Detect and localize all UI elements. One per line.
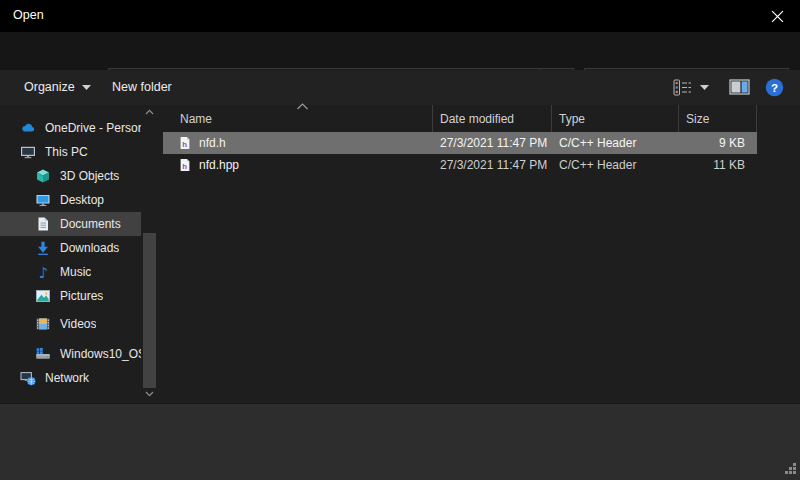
sidebar-item[interactable]: Network	[0, 366, 141, 390]
organize-label: Organize	[24, 80, 75, 94]
preview-pane-button[interactable]	[726, 73, 752, 101]
network-icon	[20, 370, 36, 386]
sidebar-item-label: Videos	[60, 317, 96, 331]
downloads-icon	[35, 240, 51, 256]
column-header-size[interactable]: Size	[679, 105, 757, 132]
file-name: nfd.h	[199, 136, 226, 150]
sidebar-item[interactable]: Desktop	[0, 188, 141, 212]
open-file-dialog: Open « GitHub nativefiledialog	[0, 0, 800, 480]
sidebar-item[interactable]: Videos	[0, 312, 141, 336]
cube-icon	[35, 168, 51, 184]
change-view-dropdown[interactable]	[694, 73, 714, 101]
videos-icon	[35, 316, 51, 332]
navigation-pane: OneDrive - Persor This PC 3D Objects	[0, 105, 158, 403]
sidebar-item[interactable]: Documents	[0, 212, 141, 236]
column-header-date-modified[interactable]: Date modified	[433, 105, 552, 132]
content-area: OneDrive - Persor This PC 3D Objects	[0, 105, 800, 403]
svg-text:h: h	[182, 162, 187, 171]
sidebar-item[interactable]: Pictures	[0, 284, 141, 308]
sidebar-item-label: 3D Objects	[60, 169, 119, 183]
dialog-footer: File name: Headers (*.h;*.hpp) Open Canc…	[0, 403, 800, 480]
view-controls: ?	[670, 70, 786, 104]
file-type: C/C++ Header	[552, 158, 679, 172]
help-icon: ?	[765, 78, 784, 97]
caret-down-icon	[700, 85, 709, 90]
sidebar-item[interactable]: OneDrive - Persor	[0, 116, 141, 140]
new-folder-button[interactable]: New folder	[112, 70, 172, 104]
sidebar-scrollbar[interactable]	[142, 105, 157, 403]
titlebar: Open	[0, 0, 800, 32]
column-header-type[interactable]: Type	[552, 105, 679, 132]
documents-icon	[35, 216, 51, 232]
file-name: nfd.hpp	[199, 158, 239, 172]
caret-down-icon	[82, 85, 91, 90]
sidebar-item-label: Pictures	[60, 289, 103, 303]
file-list: Name Date modified Type Size hnfd.h 27/3…	[160, 105, 800, 403]
sidebar-item-label: Network	[45, 371, 89, 385]
desktop-icon	[35, 192, 51, 208]
file-date-modified: 27/3/2021 11:47 PM	[433, 136, 552, 150]
command-toolbar: Organize New folder ?	[0, 70, 800, 106]
file-date-modified: 27/3/2021 11:47 PM	[433, 158, 552, 172]
file-row[interactable]: hnfd.hpp 27/3/2021 11:47 PM C/C++ Header…	[163, 154, 757, 176]
sidebar-item[interactable]: ♪ Music	[0, 260, 141, 284]
sidebar-item[interactable]: This PC	[0, 140, 141, 164]
chevron-up-icon	[145, 109, 154, 115]
scrollbar-down-button[interactable]	[142, 387, 157, 400]
close-button[interactable]	[754, 0, 800, 32]
new-folder-label: New folder	[112, 80, 172, 94]
pictures-icon	[35, 288, 51, 304]
drive-icon	[35, 346, 51, 362]
music-icon: ♪	[35, 264, 51, 280]
help-button[interactable]: ?	[762, 73, 786, 101]
onedrive-icon	[20, 120, 36, 136]
resize-grip[interactable]	[784, 462, 797, 478]
header-file-icon: h	[178, 136, 192, 150]
this-pc-icon	[20, 144, 36, 160]
sidebar-item-label: Documents	[60, 217, 121, 231]
close-icon	[771, 10, 784, 23]
svg-text:?: ?	[770, 81, 777, 93]
file-row[interactable]: hnfd.h 27/3/2021 11:47 PM C/C++ Header 9…	[163, 132, 757, 154]
details-view-icon	[673, 79, 692, 96]
file-size: 9 KB	[679, 136, 751, 150]
file-type: C/C++ Header	[552, 136, 679, 150]
sidebar-item-label: Music	[60, 265, 91, 279]
file-rows: hnfd.h 27/3/2021 11:47 PM C/C++ Header 9…	[160, 132, 800, 176]
sidebar-item-label: Downloads	[60, 241, 119, 255]
organize-button[interactable]: Organize	[24, 70, 91, 104]
preview-pane-icon	[729, 79, 750, 95]
sidebar-item[interactable]: Windows10_OS (	[0, 342, 141, 366]
svg-text:h: h	[182, 140, 187, 149]
navigation-bar: « GitHub nativefiledialog src	[0, 32, 800, 70]
sort-ascending-icon	[296, 99, 309, 113]
sidebar-item-label: This PC	[45, 145, 88, 159]
header-file-icon: h	[178, 158, 192, 172]
sidebar-item[interactable]: 3D Objects	[0, 164, 141, 188]
sidebar-item-label: Desktop	[60, 193, 104, 207]
window-title: Open	[13, 8, 44, 22]
file-size: 11 KB	[679, 158, 751, 172]
sidebar-item-label: Windows10_OS (	[60, 347, 141, 361]
sidebar-list: OneDrive - Persor This PC 3D Objects	[0, 112, 141, 390]
scrollbar-thumb[interactable]	[143, 233, 156, 388]
svg-text:♪: ♪	[39, 264, 49, 280]
sidebar-item-label: OneDrive - Persor	[45, 121, 141, 135]
chevron-down-icon	[145, 391, 154, 397]
sidebar-item[interactable]: Downloads	[0, 236, 141, 260]
change-view-button[interactable]	[670, 73, 694, 101]
scrollbar-up-button[interactable]	[142, 105, 157, 118]
column-headers: Name Date modified Type Size	[160, 105, 800, 132]
